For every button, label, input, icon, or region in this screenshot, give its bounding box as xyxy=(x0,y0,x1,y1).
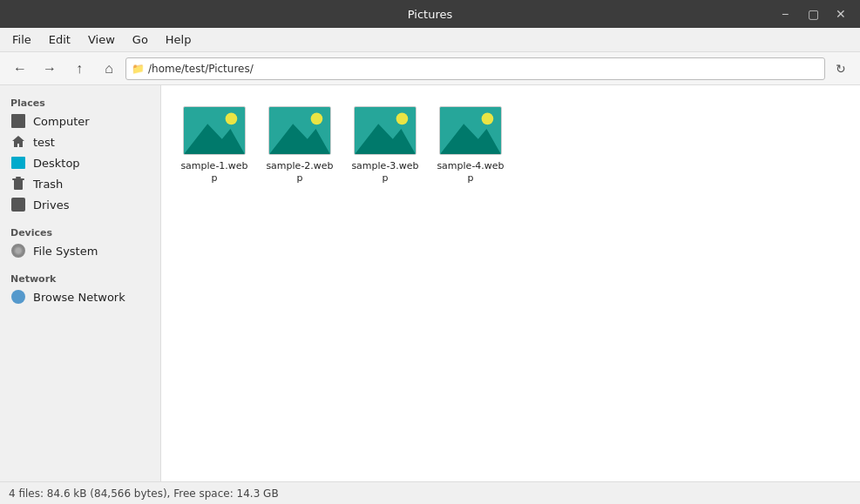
sidebar-item-trash-label: Trash xyxy=(33,178,63,191)
sidebar: Places Computer test Desktop xyxy=(0,85,161,481)
statusbar: 4 files: 84.6 kB (84,566 bytes), Free sp… xyxy=(0,481,860,504)
sidebar-item-test-label: test xyxy=(33,136,55,149)
file-name-2: sample-3.webp xyxy=(349,160,421,185)
titlebar: Pictures − ▢ ✕ xyxy=(0,0,860,28)
sidebar-item-computer-label: Computer xyxy=(33,115,90,128)
trash-icon xyxy=(10,176,26,192)
devices-section-label: Devices xyxy=(0,222,160,240)
browse-network-icon xyxy=(10,289,26,305)
sidebar-item-browse-network[interactable]: Browse Network xyxy=(0,286,160,307)
desktop-icon xyxy=(10,155,26,171)
svg-rect-2 xyxy=(16,177,21,178)
file-name-3: sample-4.webp xyxy=(435,160,506,185)
home-icon xyxy=(10,134,26,150)
file-thumbnail-1 xyxy=(268,106,331,155)
svg-point-11 xyxy=(396,113,409,125)
forward-button[interactable]: → xyxy=(37,57,63,81)
file-item-1[interactable]: sample-2.webp xyxy=(261,99,339,192)
sidebar-item-trash[interactable]: Trash xyxy=(0,173,160,194)
network-section-label: Network xyxy=(0,268,160,286)
svg-rect-1 xyxy=(12,178,24,180)
menu-go[interactable]: Go xyxy=(124,30,157,50)
sidebar-item-filesystem-label: File System xyxy=(33,245,98,258)
home-button[interactable]: ⌂ xyxy=(96,57,122,81)
menu-view[interactable]: View xyxy=(79,30,124,50)
maximize-button[interactable]: ▢ xyxy=(801,4,825,24)
file-thumbnail-3 xyxy=(439,106,502,155)
address-folder-icon: 📁 xyxy=(132,63,145,75)
svg-point-8 xyxy=(311,113,323,125)
file-item-3[interactable]: sample-4.webp xyxy=(431,99,510,192)
sidebar-item-browse-network-label: Browse Network xyxy=(33,291,125,304)
address-bar[interactable]: 📁 /home/test/Pictures/ xyxy=(125,57,825,80)
file-area: sample-1.webp sample-2.webp sample-3 xyxy=(161,85,860,481)
toolbar: ← → ↑ ⌂ 📁 /home/test/Pictures/ ↻ xyxy=(0,52,860,85)
menu-edit[interactable]: Edit xyxy=(40,30,79,50)
svg-point-5 xyxy=(226,113,238,125)
filesystem-icon xyxy=(10,243,26,259)
sidebar-item-computer[interactable]: Computer xyxy=(0,111,160,131)
drives-icon xyxy=(10,197,26,212)
file-thumbnail-2 xyxy=(354,106,416,155)
close-button[interactable]: ✕ xyxy=(829,4,853,24)
file-name-1: sample-2.webp xyxy=(264,160,335,185)
window-controls: − ▢ ✕ xyxy=(773,4,853,24)
main-area: Places Computer test Desktop xyxy=(0,85,860,481)
places-section-label: Places xyxy=(0,92,160,111)
refresh-button[interactable]: ↻ xyxy=(829,57,853,80)
back-button[interactable]: ← xyxy=(7,57,33,81)
file-thumbnail-0 xyxy=(183,106,246,155)
menu-file[interactable]: File xyxy=(3,30,40,50)
minimize-button[interactable]: − xyxy=(773,4,797,24)
window-title: Pictures xyxy=(408,8,452,21)
file-item-2[interactable]: sample-3.webp xyxy=(346,99,424,192)
sidebar-item-desktop[interactable]: Desktop xyxy=(0,152,160,173)
menubar: File Edit View Go Help xyxy=(0,28,860,52)
sidebar-item-test[interactable]: test xyxy=(0,131,160,152)
address-text: /home/test/Pictures/ xyxy=(148,63,254,75)
statusbar-text: 4 files: 84.6 kB (84,566 bytes), Free sp… xyxy=(9,487,279,500)
sidebar-item-desktop-label: Desktop xyxy=(33,157,80,170)
file-item-0[interactable]: sample-1.webp xyxy=(175,99,254,192)
svg-rect-0 xyxy=(14,179,23,190)
sidebar-item-filesystem[interactable]: File System xyxy=(0,240,160,261)
sidebar-item-drives[interactable]: Drives xyxy=(0,194,160,215)
menu-help[interactable]: Help xyxy=(157,30,200,50)
svg-point-14 xyxy=(482,113,494,125)
computer-icon xyxy=(10,113,26,129)
sidebar-item-drives-label: Drives xyxy=(33,198,69,212)
up-button[interactable]: ↑ xyxy=(66,57,92,81)
file-name-0: sample-1.webp xyxy=(179,160,250,185)
